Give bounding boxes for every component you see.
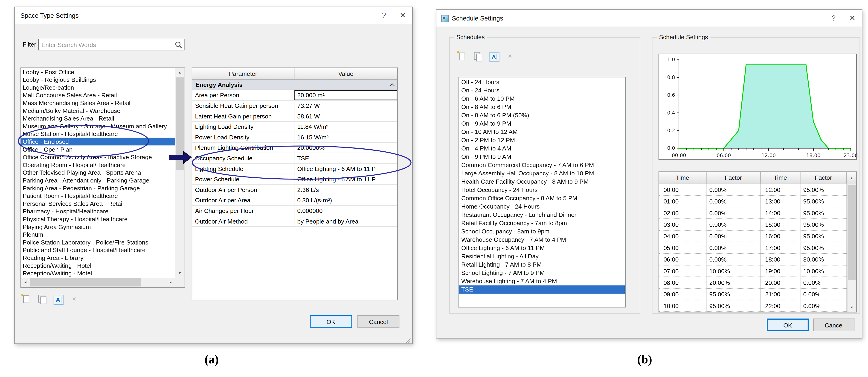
space-type-item[interactable]: Pharmacy - Hospital/Healthcare: [21, 207, 175, 215]
factor-cell[interactable]: 95.00%: [801, 196, 847, 207]
space-type-item[interactable]: Office Common Activity Areas - Inactive …: [21, 153, 175, 161]
schedule-item[interactable]: On - 9 AM to 9 PM: [459, 119, 625, 128]
factor-cell[interactable]: 95.00%: [801, 231, 847, 242]
scroll-left-icon[interactable]: ◄: [21, 278, 30, 287]
space-type-item[interactable]: Museum and Gallery - Storage - Museum an…: [21, 122, 175, 130]
schedule-item[interactable]: Large Assembly Hall Occupancy - 8 AM to …: [459, 169, 625, 177]
factor-cell[interactable]: 95.00%: [707, 289, 761, 300]
time-cell[interactable]: 21:00: [761, 289, 801, 300]
delete-icon[interactable]: ✕: [505, 52, 515, 62]
space-type-item[interactable]: Office - Open Plan: [21, 145, 175, 153]
new-icon[interactable]: ✦: [457, 52, 467, 62]
time-cell[interactable]: 10:00: [659, 300, 706, 311]
factor-cell[interactable]: 0.00%: [707, 242, 761, 253]
rename-icon[interactable]: A: [54, 295, 64, 304]
space-type-item[interactable]: Mall Concourse Sales Area - Retail: [21, 91, 175, 99]
help-button[interactable]: ?: [824, 10, 843, 27]
parameter-value[interactable]: 58.61 W: [294, 111, 397, 121]
space-type-item[interactable]: Office - Enclosed: [21, 138, 175, 146]
parameter-value[interactable]: 16.15 W/m²: [294, 132, 397, 142]
schedule-item[interactable]: On - 2 PM to 12 PM: [459, 136, 625, 144]
vertical-scrollbar[interactable]: ▲ ▼: [175, 68, 185, 278]
space-type-item[interactable]: Lounge/Recreation: [21, 83, 175, 91]
dialog-a-titlebar[interactable]: Space Type Settings ? ✕: [15, 7, 412, 24]
scroll-right-icon[interactable]: ►: [166, 278, 175, 287]
space-type-item[interactable]: Public and Staff Lounge - Hospital/Healt…: [21, 246, 175, 254]
time-cell[interactable]: 12:00: [761, 184, 801, 195]
space-type-item[interactable]: Reception/Waiting - Hotel: [21, 262, 175, 269]
parameter-value[interactable]: 0.000000: [294, 206, 397, 216]
space-type-item[interactable]: Merchandising Sales Area - Retail: [21, 115, 175, 122]
space-type-item[interactable]: Parking Area - Pedestrian - Parking Gara…: [21, 184, 175, 192]
parameter-value[interactable]: 11.84 W/m²: [294, 122, 397, 132]
resize-grip[interactable]: [405, 336, 411, 342]
factor-cell[interactable]: 0.00%: [801, 289, 847, 300]
space-type-item[interactable]: Police Station Laboratory - Police/Fire …: [21, 238, 175, 246]
space-type-item[interactable]: Plenum: [21, 231, 175, 238]
scrollbar-thumb[interactable]: [848, 185, 856, 280]
scrollbar-thumb[interactable]: [30, 278, 141, 286]
factor-cell[interactable]: 95.00%: [801, 219, 847, 230]
schedule-item[interactable]: School Occupancy - 8am to 9pm: [459, 227, 625, 235]
ok-button[interactable]: OK: [767, 318, 809, 331]
space-type-item[interactable]: Patient Room - Hospital/Healthcare: [21, 192, 175, 200]
factor-cell[interactable]: 0.00%: [801, 300, 847, 311]
time-cell[interactable]: 14:00: [761, 207, 801, 219]
table-scrollbar[interactable]: ▼: [847, 184, 856, 312]
scroll-up-icon[interactable]: ▲: [175, 68, 185, 77]
parameter-value[interactable]: by People and by Area: [294, 216, 397, 226]
schedule-list[interactable]: Off - 24 Hours On - 24 Hours On - 6 AM t…: [459, 78, 625, 306]
cancel-button[interactable]: Cancel: [813, 318, 855, 331]
factor-cell[interactable]: 0.00%: [707, 254, 761, 265]
time-cell[interactable]: 00:00: [659, 184, 706, 195]
schedule-item[interactable]: On - 24 Hours: [459, 86, 625, 94]
new-icon[interactable]: ✦: [22, 295, 32, 304]
schedule-item[interactable]: Off - 24 Hours: [459, 78, 625, 86]
collapse-chevron-icon[interactable]: [390, 83, 395, 88]
duplicate-icon[interactable]: [473, 52, 484, 62]
schedule-item[interactable]: On - 9 PM to 9 AM: [459, 152, 625, 161]
space-type-item[interactable]: Other Televised Playing Area - Sports Ar…: [21, 169, 175, 176]
space-type-item[interactable]: Lobby - Post Office: [21, 68, 175, 76]
schedule-item[interactable]: Retail Lighting - 7 AM to 8 PM: [459, 260, 625, 269]
factor-cell[interactable]: 20.00%: [707, 277, 761, 288]
parameter-value[interactable]: 2.36 L/s: [294, 185, 397, 195]
time-cell[interactable]: 04:00: [659, 231, 706, 242]
factor-cell[interactable]: 95.00%: [707, 300, 761, 311]
factor-cell[interactable]: 30.00%: [801, 254, 847, 265]
schedule-item[interactable]: Hotel Occupancy - 24 Hours: [459, 186, 625, 194]
scroll-down-icon[interactable]: ▼: [175, 269, 185, 278]
schedule-item[interactable]: Home Occupancy - 24 Hours: [459, 202, 625, 211]
space-type-item[interactable]: Physical Therapy - Hospital/Healthcare: [21, 215, 175, 223]
scroll-down-icon[interactable]: ▼: [847, 303, 856, 312]
schedule-item[interactable]: Warehouse Occupancy - 7 AM to 4 PM: [459, 235, 625, 244]
energy-analysis-section[interactable]: Energy Analysis: [192, 80, 397, 90]
schedule-item[interactable]: Office Lighting - 6 AM to 11 PM: [459, 244, 625, 252]
schedule-item[interactable]: Warehouse Lighting - 7 AM to 4 PM: [459, 277, 625, 285]
factor-cell[interactable]: 0.00%: [707, 184, 761, 195]
parameter-value[interactable]: 20,000 m²: [294, 90, 397, 100]
schedule-item[interactable]: On - 10 AM to 12 AM: [459, 128, 625, 136]
factor-cell[interactable]: 0.00%: [801, 277, 847, 288]
factor-cell[interactable]: 10.00%: [801, 265, 847, 277]
schedule-item[interactable]: Common Office Occupancy - 8 AM to 5 PM: [459, 194, 625, 202]
factor-cell[interactable]: 95.00%: [801, 242, 847, 253]
factor-cell[interactable]: 10.00%: [707, 265, 761, 277]
time-cell[interactable]: 18:00: [761, 254, 801, 265]
filter-input[interactable]: [39, 39, 184, 50]
space-type-item[interactable]: Personal Services Sales Area - Retail: [21, 200, 175, 207]
ok-button[interactable]: OK: [310, 315, 352, 328]
factor-cell[interactable]: 0.00%: [707, 207, 761, 219]
parameter-value[interactable]: TSE: [294, 153, 397, 163]
time-cell[interactable]: 16:00: [761, 231, 801, 242]
cancel-button[interactable]: Cancel: [358, 315, 399, 328]
space-type-item[interactable]: Lobby - Religious Buildings: [21, 76, 175, 84]
schedule-item[interactable]: Health-Care Facility Occupancy - 8 AM to…: [459, 177, 625, 186]
parameter-value[interactable]: 0.30 L/(s·m²): [294, 195, 397, 205]
space-type-item[interactable]: Reading Area - Library: [21, 254, 175, 262]
time-cell[interactable]: 13:00: [761, 196, 801, 207]
space-type-item[interactable]: Playing Area Gymnasium: [21, 223, 175, 231]
dialog-b-titlebar[interactable]: Schedule Settings ? ✕: [436, 10, 862, 27]
time-cell[interactable]: 09:00: [659, 289, 706, 300]
time-cell[interactable]: 06:00: [659, 254, 706, 265]
